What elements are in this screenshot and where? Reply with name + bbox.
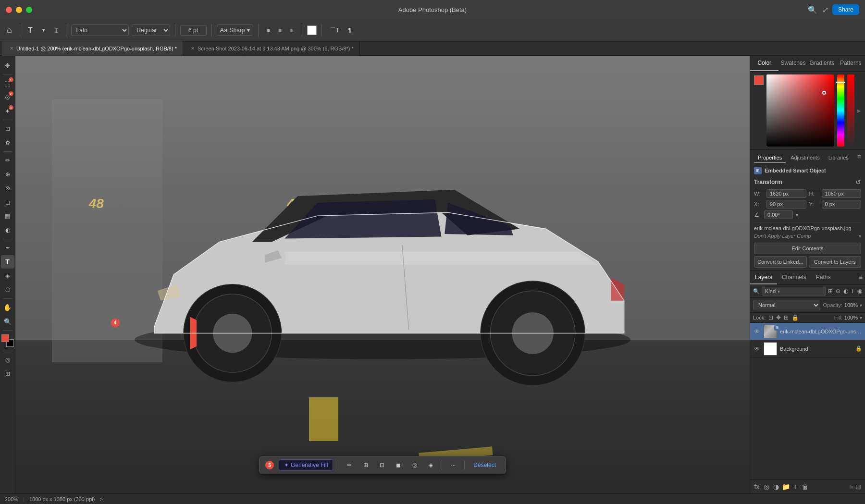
foreground-color-swatch[interactable]: [1, 334, 9, 342]
fill-chevron-icon[interactable]: ▾: [860, 315, 862, 320]
tab-untitled[interactable]: ✕ Untitled-1 @ 200% (erik-mclean-dbLgODX…: [2, 41, 183, 56]
layer-visibility-1[interactable]: 👁: [753, 328, 761, 335]
font-size-input[interactable]: [180, 25, 207, 36]
convert-linked-button[interactable]: Convert to Linked...: [754, 256, 807, 268]
layer-fx-button[interactable]: fx: [752, 482, 762, 492]
swatches-tab[interactable]: Swatches: [778, 56, 807, 71]
fullscreen-icon[interactable]: ⤢: [822, 5, 828, 14]
clone-stamp-tool[interactable]: ⊕: [1, 168, 14, 181]
tab-screenshot[interactable]: ✕ Screen Shot 2023-06-14 at 9.13.43 AM.p…: [183, 41, 360, 56]
eraser-tool[interactable]: ◻: [1, 196, 14, 209]
new-layer-button[interactable]: +: [791, 482, 800, 492]
minimize-button[interactable]: [16, 7, 22, 13]
layer-item-car[interactable]: 👁 ⊞ erik-mclean-dbLgODXOPgo-unsplash: [750, 323, 865, 340]
text-orientation-button[interactable]: ⌶: [52, 25, 61, 35]
height-value[interactable]: 1080 px: [822, 189, 862, 198]
layer-visibility-2[interactable]: 👁: [753, 345, 761, 353]
convert-layers-button[interactable]: Convert to Layers: [809, 256, 862, 268]
float-fill-button[interactable]: ◼: [392, 460, 405, 470]
fill-value[interactable]: 100%: [844, 315, 858, 320]
layer-comp-text[interactable]: Don't Apply Layer Comp: [754, 233, 857, 239]
fx-icon[interactable]: fx: [849, 484, 853, 490]
crop-tool[interactable]: ⊡: [1, 122, 14, 135]
zoom-level[interactable]: 200%: [5, 496, 18, 502]
font-family-select[interactable]: Lato: [71, 25, 129, 36]
y-value[interactable]: 0 px: [822, 200, 862, 209]
font-style-select[interactable]: Regular: [132, 25, 170, 36]
channels-tab[interactable]: Channels: [777, 271, 811, 284]
close-button[interactable]: [6, 7, 12, 13]
search-icon[interactable]: 🔍: [808, 5, 817, 14]
filter-chevron-icon[interactable]: ▾: [778, 289, 780, 294]
opacity-value[interactable]: 100%: [844, 302, 858, 308]
color-preview-swatch[interactable]: [754, 75, 764, 85]
angle-dropdown[interactable]: ▾: [796, 211, 803, 219]
float-adjustment-button[interactable]: ◈: [425, 460, 437, 470]
float-brush-button[interactable]: ✏: [343, 460, 356, 470]
float-transform-button[interactable]: ⊞: [359, 460, 372, 470]
canvas-area[interactable]: 48 40: [15, 56, 750, 493]
text-color-swatch[interactable]: [307, 25, 317, 35]
layers-filter-input[interactable]: Kind ▾: [762, 287, 826, 295]
hand-tool[interactable]: ✋: [1, 301, 14, 314]
patterns-tab[interactable]: Patterns: [837, 56, 865, 71]
adjustments-tab[interactable]: Adjustments: [787, 153, 824, 163]
properties-tab[interactable]: Properties: [754, 153, 786, 163]
move-tool[interactable]: ✥: [1, 59, 14, 72]
layer-comp-row[interactable]: Don't Apply Layer Comp ▾: [754, 233, 861, 239]
tab-close-icon-1[interactable]: ✕: [10, 46, 13, 51]
anti-alias-dropdown[interactable]: Aa Sharp ▾: [217, 25, 253, 36]
x-value[interactable]: 90 px: [766, 200, 806, 209]
dodge-tool[interactable]: ◐: [1, 223, 14, 237]
layer-item-background[interactable]: 👁 Background 🔒: [750, 340, 865, 357]
share-button[interactable]: Share: [832, 4, 859, 15]
new-group-button[interactable]: 📁: [781, 482, 791, 492]
character-panel-button[interactable]: ¶: [345, 25, 354, 36]
lock-pixels-icon[interactable]: ⊡: [768, 314, 773, 321]
float-mask-button[interactable]: ◎: [408, 460, 421, 470]
color-gradient-picker[interactable]: [766, 74, 834, 147]
brush-tool[interactable]: ✏: [1, 154, 14, 167]
align-center-button[interactable]: ≡: [275, 25, 285, 36]
alpha-strip[interactable]: [847, 74, 854, 147]
transform-reset-icon[interactable]: ↺: [855, 178, 861, 186]
collapse-layers-icon[interactable]: ≡: [856, 271, 865, 284]
layer-attr-icon[interactable]: T: [851, 288, 854, 295]
hue-strip[interactable]: [837, 74, 844, 147]
gradient-tool[interactable]: ▦: [1, 209, 14, 223]
layer-type-icon[interactable]: ⊞: [828, 288, 833, 295]
align-right-button[interactable]: ≡: [286, 25, 297, 36]
layers-tab[interactable]: Layers: [750, 271, 777, 284]
deselect-button[interactable]: Deselect: [470, 460, 500, 470]
maximize-button[interactable]: [26, 7, 32, 13]
home-button[interactable]: ⌂: [4, 25, 15, 35]
properties-bottom-icon[interactable]: ⊟: [853, 482, 863, 492]
type-options-button[interactable]: ▼: [38, 25, 49, 35]
layer-smart-icon[interactable]: ◉: [857, 288, 862, 295]
delete-layer-button[interactable]: 🗑: [800, 482, 810, 492]
text-warp-button[interactable]: ⌒T: [327, 24, 343, 37]
text-tool-button[interactable]: T: [25, 24, 36, 37]
screen-mode-button[interactable]: ⊞: [1, 367, 14, 381]
zoom-tool[interactable]: 🔍: [1, 315, 14, 328]
eyedropper-tool[interactable]: ✿: [1, 136, 14, 149]
float-crop-button[interactable]: ⊡: [376, 460, 388, 470]
color-tab[interactable]: Color: [750, 56, 778, 71]
path-select-tool[interactable]: ◈: [1, 269, 14, 283]
quick-mask-button[interactable]: ◎: [1, 353, 14, 367]
healing-tool[interactable]: ⊗: [1, 182, 14, 195]
paths-tab[interactable]: Paths: [811, 271, 836, 284]
lock-all-icon[interactable]: 🔒: [791, 314, 799, 321]
layer-mode-icon[interactable]: ◐: [843, 288, 848, 295]
blend-mode-select[interactable]: Normal: [753, 300, 820, 310]
collapse-properties-icon[interactable]: ≡: [857, 153, 861, 163]
collapse-arrow-icon[interactable]: ▶: [857, 108, 861, 113]
lock-position-icon[interactable]: ✥: [776, 314, 781, 321]
edit-contents-button[interactable]: Edit Contents: [754, 243, 861, 254]
layer-fx-icon[interactable]: ⊙: [836, 288, 840, 295]
shape-tool[interactable]: ⬡: [1, 283, 14, 296]
libraries-tab[interactable]: Libraries: [825, 153, 853, 163]
tab-close-icon-2[interactable]: ✕: [191, 46, 195, 51]
align-left-button[interactable]: ≡: [263, 25, 274, 36]
status-arrow[interactable]: >: [99, 496, 102, 502]
